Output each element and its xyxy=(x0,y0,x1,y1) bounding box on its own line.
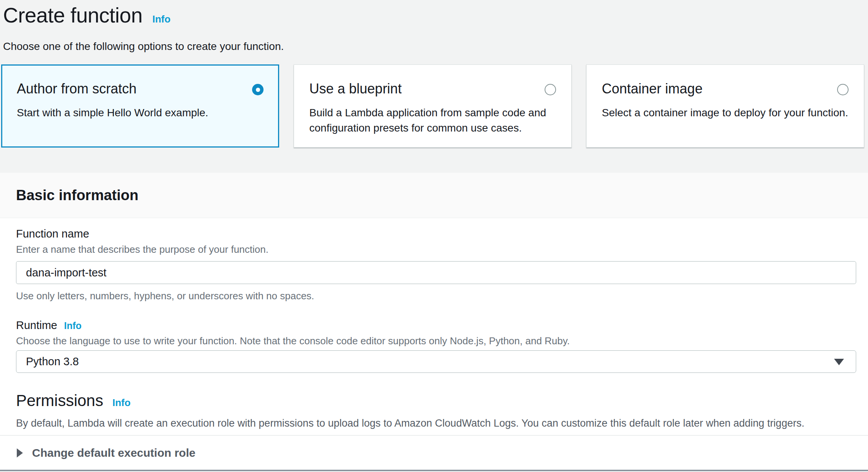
basic-information-heading: Basic information xyxy=(16,187,138,204)
card-description: Build a Lambda application from sample c… xyxy=(309,105,556,136)
function-name-input[interactable] xyxy=(16,261,856,284)
function-name-constraint: Use only letters, numbers, hyphens, or u… xyxy=(16,290,856,302)
change-default-execution-role-expander[interactable]: Change default execution role xyxy=(0,435,868,470)
page-header: Create function Info Choose one of the f… xyxy=(0,0,868,53)
basic-information-header: Basic information xyxy=(0,173,868,218)
card-description: Start with a simple Hello World example. xyxy=(17,105,264,120)
option-card-author-from-scratch[interactable]: Author from scratch Start with a simple … xyxy=(1,64,279,148)
dropdown-arrow-icon xyxy=(834,359,844,365)
permissions-section: Permissions Info By default, Lambda will… xyxy=(16,392,856,429)
runtime-selected-value: Python 3.8 xyxy=(26,355,79,368)
runtime-label: Runtime xyxy=(16,319,57,332)
use-a-blueprint-radio[interactable] xyxy=(545,84,556,95)
bottom-divider xyxy=(0,470,868,471)
permissions-info-link[interactable]: Info xyxy=(113,397,131,409)
basic-information-panel: Basic information Function name Enter a … xyxy=(0,173,868,472)
runtime-field-group: Runtime Info Choose the language to use … xyxy=(16,319,856,373)
runtime-select[interactable]: Python 3.8 xyxy=(16,350,856,373)
creation-option-cards: Author from scratch Start with a simple … xyxy=(1,64,868,148)
basic-information-body: Function name Enter a name that describe… xyxy=(0,218,868,429)
page-title: Create function xyxy=(3,3,143,27)
permissions-heading: Permissions xyxy=(16,392,103,410)
runtime-description: Choose the language to use to write your… xyxy=(16,335,856,347)
function-name-label: Function name xyxy=(16,228,856,240)
function-name-description: Enter a name that describes the purpose … xyxy=(16,244,856,255)
option-card-use-a-blueprint[interactable]: Use a blueprint Build a Lambda applicati… xyxy=(294,64,572,148)
option-card-container-image[interactable]: Container image Select a container image… xyxy=(586,64,864,148)
author-from-scratch-radio[interactable] xyxy=(252,84,264,95)
card-title: Author from scratch xyxy=(17,81,137,97)
title-info-link[interactable]: Info xyxy=(153,13,171,25)
card-title: Container image xyxy=(602,81,702,97)
container-image-radio[interactable] xyxy=(837,84,849,95)
card-description: Select a container image to deploy for y… xyxy=(602,105,849,120)
function-name-field-group: Function name Enter a name that describe… xyxy=(16,228,856,302)
create-function-page: Create function Info Choose one of the f… xyxy=(0,0,868,472)
page-subtitle: Choose one of the following options to c… xyxy=(3,40,868,53)
expander-label: Change default execution role xyxy=(32,446,195,459)
runtime-info-link[interactable]: Info xyxy=(64,320,82,331)
permissions-description: By default, Lambda will create an execut… xyxy=(16,417,856,429)
card-title: Use a blueprint xyxy=(309,81,402,97)
expand-arrow-icon xyxy=(17,448,23,458)
